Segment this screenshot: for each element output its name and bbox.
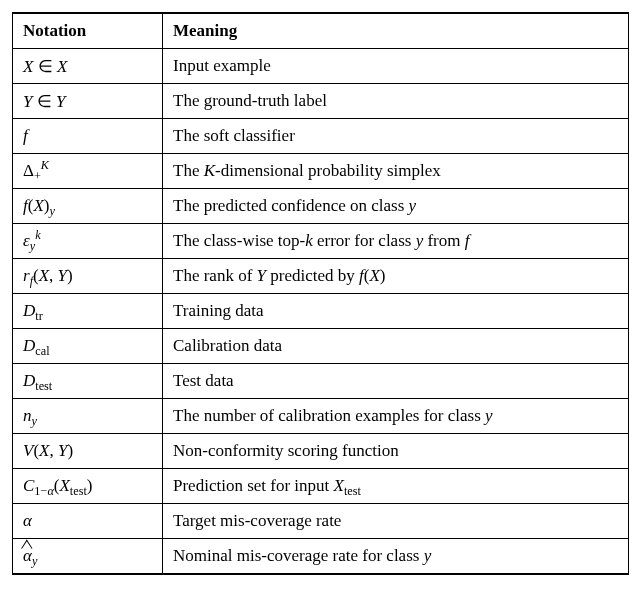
table-row: C1−α(Xtest)Prediction set for input Xtes… (13, 469, 629, 504)
table-row: rf(X, Y)The rank of Y predicted by f(X) (13, 259, 629, 294)
meaning-cell: The K-dimensional probability simplex (163, 154, 629, 189)
meaning-cell: Nominal mis-coverage rate for class y (163, 539, 629, 575)
notation-cell: Δ+K (13, 154, 163, 189)
notation-cell: ny (13, 399, 163, 434)
meaning-cell: The class-wise top-k error for class y f… (163, 224, 629, 259)
notation-cell: rf(X, Y) (13, 259, 163, 294)
table-row: εykThe class-wise top-k error for class … (13, 224, 629, 259)
notation-cell: C1−α(Xtest) (13, 469, 163, 504)
table-row: DtrTraining data (13, 294, 629, 329)
notation-cell: Dcal (13, 329, 163, 364)
table-row: αTarget mis-coverage rate (13, 504, 629, 539)
notation-cell: f(X)y (13, 189, 163, 224)
table-header-row: Notation Meaning (13, 13, 629, 49)
header-meaning: Meaning (163, 13, 629, 49)
meaning-cell: Calibration data (163, 329, 629, 364)
notation-cell: αy (13, 539, 163, 575)
table-row: fThe soft classifier (13, 119, 629, 154)
notation-cell: εyk (13, 224, 163, 259)
table-row: f(X)yThe predicted confidence on class y (13, 189, 629, 224)
meaning-cell: The rank of Y predicted by f(X) (163, 259, 629, 294)
meaning-cell: Input example (163, 49, 629, 84)
table-row: Δ+KThe K-dimensional probability simplex (13, 154, 629, 189)
table-row: X ∈ XInput example (13, 49, 629, 84)
table-row: αyNominal mis-coverage rate for class y (13, 539, 629, 575)
notation-cell: Dtr (13, 294, 163, 329)
notation-table: Notation Meaning X ∈ XInput exampleY ∈ Y… (12, 12, 629, 575)
meaning-cell: The predicted confidence on class y (163, 189, 629, 224)
table-body: X ∈ XInput exampleY ∈ YThe ground-truth … (13, 49, 629, 575)
meaning-cell: The ground-truth label (163, 84, 629, 119)
meaning-cell: Training data (163, 294, 629, 329)
meaning-cell: The number of calibration examples for c… (163, 399, 629, 434)
table-row: DcalCalibration data (13, 329, 629, 364)
notation-cell: X ∈ X (13, 49, 163, 84)
table-row: nyThe number of calibration examples for… (13, 399, 629, 434)
table-row: Y ∈ YThe ground-truth label (13, 84, 629, 119)
meaning-cell: Prediction set for input Xtest (163, 469, 629, 504)
header-notation: Notation (13, 13, 163, 49)
notation-cell: α (13, 504, 163, 539)
table-row: DtestTest data (13, 364, 629, 399)
notation-cell: Y ∈ Y (13, 84, 163, 119)
notation-cell: f (13, 119, 163, 154)
meaning-cell: Target mis-coverage rate (163, 504, 629, 539)
notation-cell: Dtest (13, 364, 163, 399)
meaning-cell: Test data (163, 364, 629, 399)
notation-cell: V(X, Y) (13, 434, 163, 469)
meaning-cell: Non-conformity scoring function (163, 434, 629, 469)
meaning-cell: The soft classifier (163, 119, 629, 154)
table-row: V(X, Y)Non-conformity scoring function (13, 434, 629, 469)
